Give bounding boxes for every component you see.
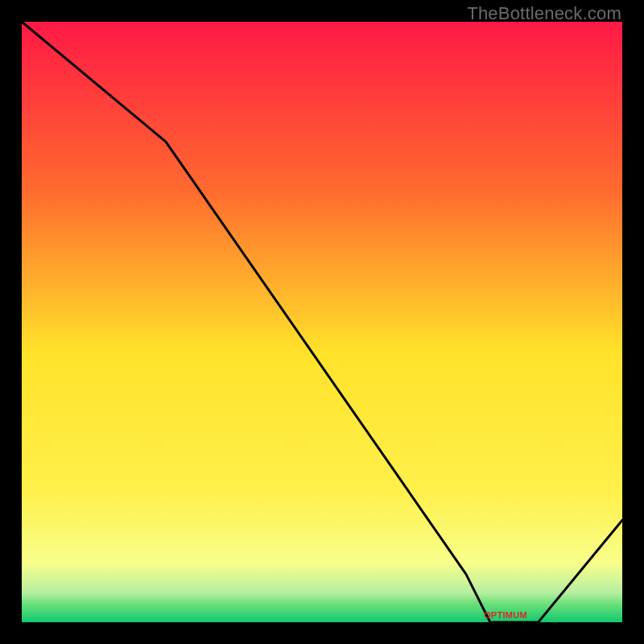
chart-frame: OPTIMUM xyxy=(22,22,622,622)
bottleneck-chart xyxy=(22,22,622,622)
optimal-label: OPTIMUM xyxy=(484,610,527,620)
gradient-background xyxy=(22,22,622,622)
